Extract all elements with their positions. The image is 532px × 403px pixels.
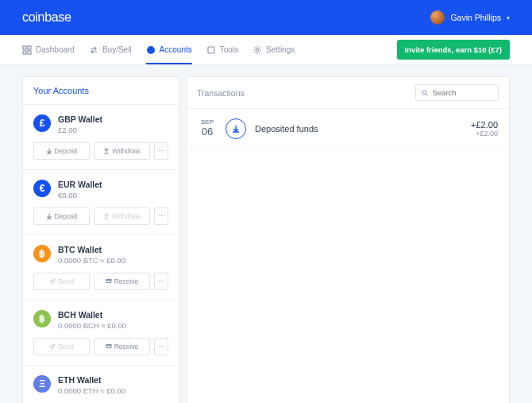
account-row[interactable]: €EUR Wallet€0.00DepositWithdraw⋯	[23, 170, 179, 235]
user-name: Gavin Phillips	[450, 13, 501, 22]
deposit-icon	[226, 118, 246, 139]
account-name: ETH Wallet	[58, 375, 168, 385]
nav-bar: Dashboard Buy/Sell Accounts Tools Settin…	[0, 35, 532, 65]
account-action-secondary[interactable]: Receive	[94, 273, 150, 290]
accounts-card: Your Accounts £GBP Wallet£2.00DepositWit…	[22, 76, 179, 403]
brand-logo[interactable]: coinbase	[22, 10, 71, 25]
transactions-card: Transactions SEP06Deposited funds+£2.00+…	[186, 76, 510, 403]
account-name: BTC Wallet	[58, 245, 168, 254]
currency-icon: ฿	[33, 310, 51, 327]
nav-accounts[interactable]: Accounts	[146, 35, 192, 64]
account-balance: 0.0000 BCH ≈ £0.00	[58, 321, 168, 330]
account-row[interactable]: £GBP Wallet£2.00DepositWithdraw⋯	[23, 105, 179, 170]
account-action-secondary[interactable]: Withdraw	[94, 142, 150, 160]
accounts-list[interactable]: £GBP Wallet£2.00DepositWithdraw⋯€EUR Wal…	[23, 105, 179, 403]
account-more-button[interactable]: ⋯	[154, 207, 168, 225]
search-box[interactable]	[415, 84, 499, 101]
nav-label: Settings	[266, 45, 295, 54]
account-more-button[interactable]: ⋯	[154, 338, 168, 355]
chevron-down-icon: ▾	[507, 14, 510, 21]
svg-rect-3	[28, 51, 31, 54]
account-balance: 0.0000 ETH ≈ £0.00	[58, 386, 168, 395]
account-balance: 0.0000 BTC ≈ £0.00	[58, 256, 168, 265]
svg-rect-1	[28, 46, 31, 49]
nav-settings[interactable]: Settings	[253, 35, 295, 64]
currency-icon: Ξ	[33, 375, 51, 393]
svg-rect-9	[106, 345, 111, 346]
currency-icon: £	[33, 114, 51, 132]
account-name: BCH Wallet	[58, 310, 168, 320]
transactions-header: Transactions	[187, 77, 509, 109]
top-bar: coinbase Gavin Phillips ▾	[0, 0, 532, 35]
transaction-row[interactable]: SEP06Deposited funds+£2.00+£2.00	[187, 109, 509, 149]
account-row[interactable]: ฿BCH Wallet0.0000 BCH ≈ £0.00SendReceive…	[23, 300, 179, 366]
account-name: GBP Wallet	[58, 114, 168, 124]
account-more-button[interactable]: ⋯	[154, 273, 168, 290]
svg-rect-7	[106, 280, 111, 281]
gear-icon	[253, 45, 262, 55]
currency-icon: ฿	[33, 245, 51, 262]
nav-tools[interactable]: Tools	[206, 35, 238, 64]
account-action-primary[interactable]: Send	[33, 273, 90, 290]
account-name: EUR Wallet	[58, 180, 168, 189]
tools-icon	[206, 45, 216, 55]
transactions-title: Transactions	[197, 88, 245, 98]
svg-point-12	[422, 90, 426, 94]
transactions-list: SEP06Deposited funds+£2.00+£2.00	[187, 109, 509, 403]
svg-rect-4	[208, 47, 214, 53]
account-action-primary[interactable]: Deposit	[33, 142, 90, 160]
search-input[interactable]	[432, 88, 492, 97]
nav-label: Accounts	[160, 45, 192, 54]
transaction-date: SEP06	[198, 119, 217, 138]
account-action-secondary[interactable]: Receive	[94, 338, 150, 355]
account-row[interactable]: ฿BTC Wallet0.0000 BTC ≈ £0.00SendReceive…	[23, 235, 179, 300]
transaction-description: Deposited funds	[255, 124, 462, 134]
account-balance: £2.00	[58, 126, 168, 134]
currency-icon: €	[33, 180, 51, 197]
accounts-title: Your Accounts	[23, 77, 179, 105]
page-body: Your Accounts £GBP Wallet£2.00DepositWit…	[0, 65, 532, 403]
nav-label: Dashboard	[36, 45, 75, 54]
account-action-primary[interactable]: Deposit	[33, 207, 90, 225]
exchange-icon	[89, 45, 98, 55]
svg-rect-0	[23, 46, 26, 49]
account-balance: €0.00	[58, 191, 168, 200]
account-row[interactable]: ΞETH Wallet0.0000 ETH ≈ £0.00SendReceive…	[23, 366, 179, 403]
svg-rect-2	[23, 51, 26, 54]
nav-label: Tools	[220, 45, 238, 54]
nav-items: Dashboard Buy/Sell Accounts Tools Settin…	[22, 35, 295, 64]
pie-icon	[146, 45, 156, 55]
user-menu[interactable]: Gavin Phillips ▾	[430, 10, 510, 25]
nav-dashboard[interactable]: Dashboard	[22, 35, 75, 64]
nav-label: Buy/Sell	[102, 45, 132, 54]
account-action-secondary[interactable]: Withdraw	[94, 207, 150, 225]
dashboard-icon	[22, 45, 32, 55]
svg-point-5	[256, 48, 259, 52]
invite-button[interactable]: Invite friends, earn $10 (£7)	[397, 40, 511, 60]
account-more-button[interactable]: ⋯	[154, 142, 168, 160]
nav-buysell[interactable]: Buy/Sell	[89, 35, 132, 64]
transaction-amount: +£2.00+£2.00	[471, 120, 498, 138]
search-icon	[422, 89, 428, 97]
avatar	[430, 10, 445, 25]
account-action-primary[interactable]: Send	[33, 338, 90, 355]
